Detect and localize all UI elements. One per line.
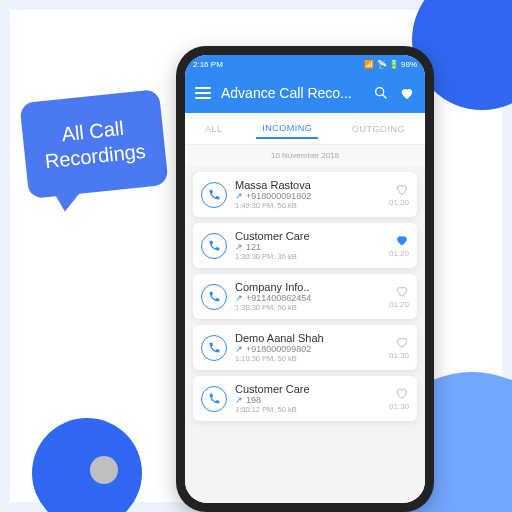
contact-number: ↗+911400862454 — [235, 293, 381, 303]
callout-text: All Call Recordings — [32, 113, 157, 175]
contact-number: ↗+918000091802 — [235, 191, 381, 201]
contact-number: ↗+918000099802 — [235, 344, 381, 354]
direction-icon: ↗ — [235, 242, 243, 252]
call-type-icon — [201, 182, 227, 208]
tab-outgoing[interactable]: OUTGOING — [346, 120, 411, 138]
contact-name: Customer Care — [235, 383, 381, 395]
recording-meta: 1:30:30 PM, 36 kB — [235, 252, 381, 261]
recording-card[interactable]: Customer Care↗1981:00:12 PM, 50 kB01:30 — [193, 376, 417, 421]
call-type-icon — [201, 335, 227, 361]
decor-circle-blue — [32, 418, 142, 512]
recording-duration: 01:20 — [389, 198, 409, 207]
app-title: Advance Call Reco... — [221, 85, 363, 101]
recording-meta: 1:10:30 PM, 50 kB — [235, 354, 381, 363]
call-type-icon — [201, 284, 227, 310]
call-type-icon — [201, 233, 227, 259]
favorite-toggle[interactable] — [395, 386, 409, 400]
contact-name: Demo Aanal Shah — [235, 332, 381, 344]
svg-line-1 — [383, 95, 387, 99]
phone-frame: 2:16 PM 📶 📡 🔋 98% Advance Call Reco... A… — [176, 46, 434, 512]
favorite-toggle[interactable] — [395, 182, 409, 196]
recording-meta: 1:30:30 PM, 50 kB — [235, 303, 381, 312]
recording-meta: 1:00:12 PM, 50 kB — [235, 405, 381, 414]
tab-bar: ALL INCOMING OUTGOING — [185, 113, 425, 145]
tab-all[interactable]: ALL — [199, 120, 229, 138]
call-type-icon — [201, 386, 227, 412]
callout-bubble: All Call Recordings — [19, 89, 168, 199]
app-bar: Advance Call Reco... — [185, 73, 425, 113]
search-icon[interactable] — [373, 85, 389, 101]
direction-icon: ↗ — [235, 293, 243, 303]
favorite-toggle[interactable] — [395, 335, 409, 349]
recording-list[interactable]: Massa Rastova↗+9180000918021:49:30 PM, 5… — [185, 166, 425, 503]
date-section-header: 10 November 2018 — [185, 145, 425, 166]
recording-card[interactable]: Customer Care↗1211:30:30 PM, 36 kB01:20 — [193, 223, 417, 268]
contact-name: Massa Rastova — [235, 179, 381, 191]
favorite-toggle[interactable] — [395, 284, 409, 298]
svg-point-0 — [376, 88, 384, 96]
contact-number: ↗121 — [235, 242, 381, 252]
recording-duration: 01:30 — [389, 351, 409, 360]
status-indicators: 📶 📡 🔋 98% — [364, 60, 417, 69]
favorites-icon[interactable] — [399, 85, 415, 101]
recording-card[interactable]: Massa Rastova↗+9180000918021:49:30 PM, 5… — [193, 172, 417, 217]
favorite-toggle[interactable] — [395, 233, 409, 247]
contact-name: Company Info.. — [235, 281, 381, 293]
recording-duration: 01:30 — [389, 402, 409, 411]
contact-name: Customer Care — [235, 230, 381, 242]
menu-icon[interactable] — [195, 87, 211, 99]
direction-icon: ↗ — [235, 344, 243, 354]
recording-card[interactable]: Demo Aanal Shah↗+9180000998021:10:30 PM,… — [193, 325, 417, 370]
recording-duration: 01:20 — [389, 249, 409, 258]
decor-circle-grey — [90, 456, 118, 484]
recording-duration: 01:20 — [389, 300, 409, 309]
direction-icon: ↗ — [235, 395, 243, 405]
contact-number: ↗198 — [235, 395, 381, 405]
recording-card[interactable]: Company Info..↗+9114008624541:30:30 PM, … — [193, 274, 417, 319]
status-time: 2:16 PM — [193, 60, 223, 69]
recording-meta: 1:49:30 PM, 50 kB — [235, 201, 381, 210]
status-bar: 2:16 PM 📶 📡 🔋 98% — [185, 55, 425, 73]
tab-incoming[interactable]: INCOMING — [256, 119, 318, 139]
direction-icon: ↗ — [235, 191, 243, 201]
